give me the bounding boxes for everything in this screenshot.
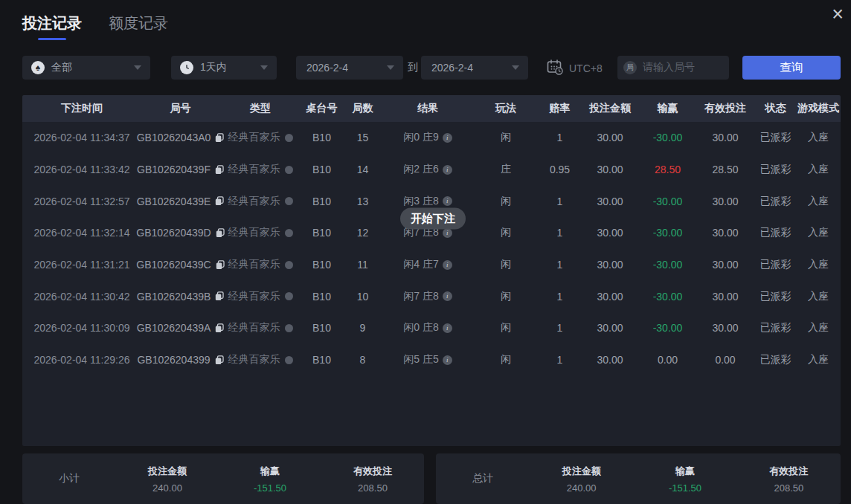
chevron-down-icon xyxy=(387,65,394,70)
round-id: GB102620439C xyxy=(136,259,211,271)
status: 已派彩 xyxy=(755,258,796,271)
round-id: GB102620439B xyxy=(137,291,211,303)
date-from-picker[interactable]: 2026-2-4 xyxy=(296,56,403,80)
time-range-dropdown[interactable]: 1天内 xyxy=(171,56,277,80)
game-type-dropdown[interactable]: ♠ 全部 xyxy=(22,56,150,80)
col-win-loss: 输赢 xyxy=(640,102,696,115)
result-text: 闲0 庄9 xyxy=(403,131,438,144)
info-icon[interactable]: i xyxy=(443,355,452,365)
round-count: 9 xyxy=(342,322,383,334)
info-icon[interactable]: i xyxy=(443,260,452,270)
bet-time: 2026-02-04 11:32:57 xyxy=(22,196,141,207)
col-game-type: 类型 xyxy=(219,102,301,115)
bet-amount: 30.00 xyxy=(580,132,640,143)
start-betting-toast: 开始下注 xyxy=(400,208,466,230)
subtotal-panel: 小计 投注金额 240.00 输赢 -151.50 有效投注 208.50 xyxy=(22,453,424,504)
game-type-dot-icon xyxy=(285,166,293,174)
table-row: 2026-02-04 11:34:37 GB10262043A0 经典百家乐 B… xyxy=(22,122,841,154)
game-type-cell: 经典百家乐 xyxy=(219,163,301,176)
info-icon[interactable]: i xyxy=(443,323,452,333)
game-type-value: 全部 xyxy=(51,61,72,74)
table-row: 2026-02-04 11:30:09 GB102620439A 经典百家乐 B… xyxy=(22,312,841,344)
valid-bet: 30.00 xyxy=(696,259,755,271)
subtotal-bet-amount: 投注金额 240.00 xyxy=(116,465,219,494)
game-mode: 入座 xyxy=(796,321,841,335)
result-cell: 闲0 庄8 i xyxy=(383,321,472,335)
play-type: 闲 xyxy=(472,353,539,366)
tab-bet-records[interactable]: 投注记录 xyxy=(22,13,82,40)
round-id-cell: GB10262043A0 xyxy=(141,132,219,143)
odds: 1 xyxy=(539,227,580,239)
clock-icon xyxy=(180,61,193,74)
game-type: 经典百家乐 xyxy=(228,258,280,271)
odds: 0.95 xyxy=(539,164,580,175)
game-type: 经典百家乐 xyxy=(228,131,280,144)
game-mode: 入座 xyxy=(796,353,841,366)
game-mode: 入座 xyxy=(796,290,841,303)
total-valid-bet: 有效投注 208.50 xyxy=(737,465,841,494)
round-count: 12 xyxy=(342,227,383,239)
game-type: 经典百家乐 xyxy=(228,321,280,335)
result-cell: 闲4 庄7 i xyxy=(383,258,472,271)
result-text: 闲4 庄7 xyxy=(403,258,438,271)
game-type-cell: 经典百家乐 xyxy=(219,290,301,303)
valid-bet: 28.50 xyxy=(696,164,755,175)
odds: 1 xyxy=(539,291,580,303)
bet-time: 2026-02-04 11:30:09 xyxy=(22,322,141,334)
close-icon[interactable]: × xyxy=(832,3,844,25)
valid-bet: 30.00 xyxy=(696,227,755,239)
odds: 1 xyxy=(539,132,580,143)
round-id-input[interactable]: 局 请输入局号 xyxy=(617,56,729,80)
game-mode: 入座 xyxy=(796,226,841,239)
result-cell: 闲3 庄8 i xyxy=(383,195,472,208)
play-type: 闲 xyxy=(472,226,539,239)
game-type-cell: 经典百家乐 xyxy=(219,321,301,335)
round-id: GB102620439F xyxy=(137,164,211,175)
info-icon[interactable]: i xyxy=(443,291,452,301)
game-type-cell: 经典百家乐 xyxy=(219,353,301,366)
col-game-mode: 游戏模式 xyxy=(796,102,841,115)
col-table-no: 桌台号 xyxy=(301,102,342,115)
bet-time: 2026-02-04 11:30:42 xyxy=(22,291,141,303)
game-type-cell: 经典百家乐 xyxy=(219,258,301,271)
round-id-cell: GB102620439D xyxy=(141,227,219,239)
round-id-cell: GB102620439F xyxy=(141,164,219,175)
result-cell: 闲5 庄5 i xyxy=(383,353,472,366)
table-row: 2026-02-04 11:33:42 GB102620439F 经典百家乐 B… xyxy=(22,154,841,186)
col-result: 结果 xyxy=(383,102,472,115)
table-no: B10 xyxy=(301,259,342,271)
result-text: 闲7 庄8 xyxy=(403,290,438,303)
bet-time: 2026-02-04 11:29:26 xyxy=(22,354,141,366)
chevron-down-icon xyxy=(512,65,519,70)
info-icon[interactable]: i xyxy=(443,196,452,206)
date-to-picker[interactable]: 2026-2-4 xyxy=(421,56,528,80)
win-loss: -30.00 xyxy=(640,259,696,271)
odds: 1 xyxy=(539,196,580,207)
info-icon[interactable]: i xyxy=(443,165,452,175)
bet-amount: 30.00 xyxy=(580,354,640,366)
round-count: 13 xyxy=(342,196,383,207)
date-from-value: 2026-2-4 xyxy=(306,62,348,74)
round-id-cell: GB102620439A xyxy=(141,322,219,334)
valid-bet: 30.00 xyxy=(696,291,755,303)
game-type-dot-icon xyxy=(285,197,293,205)
info-icon[interactable]: i xyxy=(443,228,452,238)
calendar-clock-icon[interactable] xyxy=(547,59,563,77)
spade-icon: ♠ xyxy=(31,61,45,74)
tab-bar: 投注记录 额度记录 xyxy=(22,13,168,40)
total-label: 总计 xyxy=(436,472,530,485)
timezone-indicator: UTC+8 xyxy=(547,59,603,77)
tab-quota-records[interactable]: 额度记录 xyxy=(109,13,168,40)
game-type-cell: 经典百家乐 xyxy=(219,195,301,208)
table-no: B10 xyxy=(301,196,342,207)
date-to-value: 2026-2-4 xyxy=(431,62,473,74)
odds: 1 xyxy=(539,259,580,271)
game-type: 经典百家乐 xyxy=(228,195,280,208)
query-button[interactable]: 查询 xyxy=(742,56,841,80)
col-bet-amount: 投注金额 xyxy=(580,102,640,115)
bet-time: 2026-02-04 11:33:42 xyxy=(22,164,141,175)
time-range-value: 1天内 xyxy=(200,61,227,74)
info-icon[interactable]: i xyxy=(443,133,452,143)
valid-bet: 0.00 xyxy=(696,354,755,366)
subtotal-valid-bet: 有效投注 208.50 xyxy=(321,465,424,494)
